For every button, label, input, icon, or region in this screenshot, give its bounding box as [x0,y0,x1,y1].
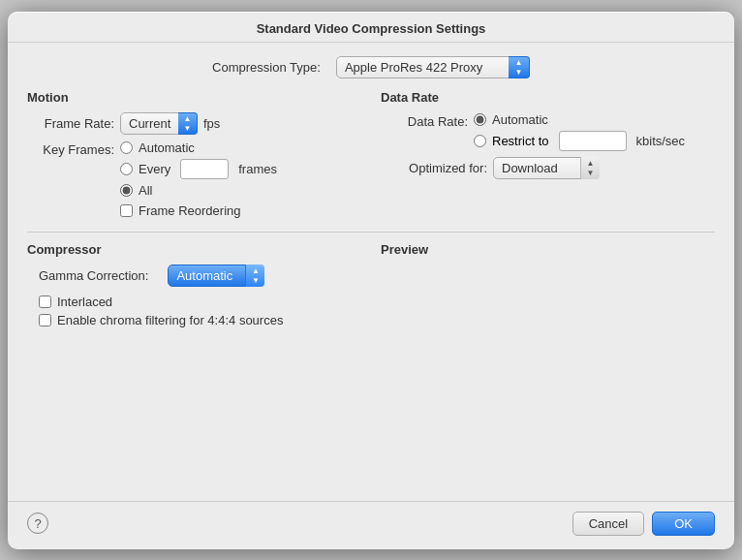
gamma-select-wrapper: Automatic 1.8 2.2 ▲ ▼ [168,264,264,287]
data-rate-automatic-radio[interactable] [474,113,486,126]
data-rate-section-label: Data Rate [381,90,715,105]
preview-column: Preview [371,242,715,331]
help-icon: ? [34,516,41,531]
fps-unit: fps [203,116,220,131]
frame-rate-row: Frame Rate: Current 10 12 15 23.98 24 25… [27,112,361,135]
key-frames-every-label: Every [139,162,170,176]
data-rate-restrict-radio[interactable] [474,135,486,147]
key-frames-radio-group: Automatic Every frames All [120,140,277,198]
motion-section-label: Motion [27,90,361,105]
main-columns: Motion Frame Rate: Current 10 12 15 23.9… [27,90,715,222]
preview-section-label: Preview [381,242,715,257]
gamma-correction-select[interactable]: Automatic 1.8 2.2 [168,264,264,287]
gamma-correction-label: Gamma Correction: [39,268,148,283]
compression-type-select[interactable]: Apple ProRes 422 Proxy Apple ProRes 422 … [336,56,530,78]
optimized-label: Optimized for: [381,161,487,175]
dialog-footer: ? Cancel OK [8,501,734,549]
key-frames-row: Key Frames: Automatic Every frames [27,140,361,198]
compression-type-label: Compression Type: [212,60,321,75]
key-frames-all-radio[interactable] [120,184,133,197]
chroma-filtering-label: Enable chroma filtering for 4:4:4 source… [57,313,283,327]
title-bar: Standard Video Compression Settings [8,12,734,43]
help-button[interactable]: ? [27,513,48,534]
key-frames-every-radio[interactable] [120,163,133,175]
interlaced-label: Interlaced [57,295,112,309]
frame-rate-select-wrapper: Current 10 12 15 23.98 24 25 29.97 30 ▲ [120,112,198,135]
frame-rate-select[interactable]: Current 10 12 15 23.98 24 25 29.97 30 [120,112,198,135]
key-frames-automatic-radio[interactable] [120,141,133,154]
right-column: Data Rate Data Rate: Automatic Restrict … [371,90,715,222]
data-rate-row: Data Rate: Automatic Restrict to kbits/s… [381,112,715,151]
compressor-section-label: Compressor [27,242,361,257]
data-rate-controls: Automatic Restrict to kbits/sec [474,112,685,151]
data-rate-automatic-label: Automatic [492,112,548,127]
key-frames-every-input[interactable] [180,159,229,179]
cancel-button[interactable]: Cancel [572,512,644,536]
frame-rate-label: Frame Rate: [27,116,114,131]
frames-unit: frames [238,162,277,176]
dialog-window: Standard Video Compression Settings Comp… [8,12,734,549]
ok-button[interactable]: OK [652,512,715,536]
key-frames-automatic-label: Automatic [139,140,195,155]
key-frames-every-row: Every frames [120,159,277,179]
key-frames-all-label: All [139,183,152,198]
optimized-select[interactable]: Download CD-ROM Streaming [493,157,600,179]
compressor-column: Compressor Gamma Correction: Automatic 1… [27,242,371,331]
optimized-row: Optimized for: Download CD-ROM Streaming… [381,157,715,179]
interlaced-checkbox[interactable] [39,296,51,308]
chroma-filtering-checkbox[interactable] [39,314,51,327]
compression-type-select-wrapper: Apple ProRes 422 Proxy Apple ProRes 422 … [336,56,530,78]
interlaced-row: Interlaced [39,295,361,309]
frame-reordering-label: Frame Reordering [139,203,241,218]
bottom-columns: Compressor Gamma Correction: Automatic 1… [27,242,715,331]
data-rate-automatic-row: Automatic [474,112,685,127]
frame-reordering-row: Frame Reordering [120,203,361,218]
dialog-body: Compression Type: Apple ProRes 422 Proxy… [8,43,734,501]
left-column: Motion Frame Rate: Current 10 12 15 23.9… [27,90,371,222]
dialog-title: Standard Video Compression Settings [257,21,486,36]
gamma-row: Gamma Correction: Automatic 1.8 2.2 ▲ ▼ [39,264,361,287]
data-rate-restrict-row: Restrict to kbits/sec [474,131,685,151]
key-frames-automatic-row: Automatic [120,140,277,155]
optimized-select-wrapper: Download CD-ROM Streaming ▲ ▼ [493,157,600,179]
compression-type-row: Compression Type: Apple ProRes 422 Proxy… [27,56,715,78]
key-frames-label: Key Frames: [27,142,114,157]
section-divider [27,232,715,233]
data-rate-restrict-label: Restrict to [492,134,549,148]
data-rate-label: Data Rate: [381,114,468,129]
frame-reordering-checkbox[interactable] [120,204,133,217]
key-frames-all-row: All [120,183,277,198]
footer-buttons: Cancel OK [572,512,715,536]
chroma-filtering-row: Enable chroma filtering for 4:4:4 source… [39,313,361,327]
data-rate-restrict-input[interactable] [559,131,627,151]
kbits-unit: kbits/sec [636,134,686,148]
